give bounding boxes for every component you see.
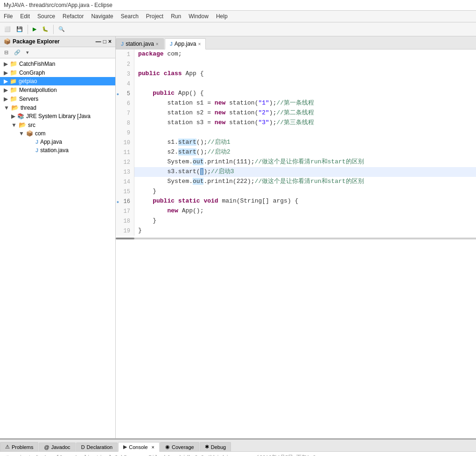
- title-bar: MyJAVA - thread/src/com/App.java - Eclip…: [0, 0, 476, 11]
- toolbar-sep-2: [53, 25, 54, 34]
- debug-icon: ✱: [205, 444, 209, 450]
- pe-header-left: 📦 Package Explorer: [4, 38, 60, 45]
- line-num-2: 2: [116, 59, 134, 69]
- code-line-7: 7 station s2 = new station("2");//第二条线程: [116, 108, 476, 118]
- line-num-5: 5◆: [116, 89, 134, 98]
- new-button[interactable]: ⬜: [2, 25, 13, 34]
- line-num-17: 17: [116, 206, 134, 216]
- tab-station-java[interactable]: J station.java ×: [116, 38, 164, 49]
- pe-maximize-btn[interactable]: □: [103, 38, 106, 45]
- folder-icon: 📂: [19, 121, 26, 128]
- code-editor[interactable]: 1 package com; 2 3 public class App { 4 …: [116, 49, 476, 438]
- tree-item-congraph[interactable]: ▶ 📁 ConGraph: [0, 68, 115, 77]
- code-line-16: 16◆ public static void main(String[] arg…: [116, 196, 476, 206]
- tab-problems-label: Problems: [12, 444, 33, 450]
- tab-console[interactable]: ▶ Console ×: [118, 442, 160, 452]
- menu-item-run[interactable]: Run: [167, 12, 185, 21]
- tab-label: station.java: [126, 41, 154, 47]
- tree-label: com: [35, 130, 46, 137]
- line-num-9: 9: [116, 128, 134, 138]
- menu-item-refactor[interactable]: Refactor: [59, 12, 87, 21]
- package-explorer-header: 📦 Package Explorer — □ ×: [0, 36, 115, 47]
- tree-label: station.java: [40, 147, 69, 154]
- pe-toolbar: ⊟ 🔗 ▾: [0, 47, 115, 58]
- coverage-icon: ◉: [165, 444, 170, 450]
- tree-item-getpiao[interactable]: ▶ 📁 getpiao: [0, 77, 115, 85]
- tree-item-app-java[interactable]: J App.java: [0, 138, 115, 146]
- tab-close-station[interactable]: ×: [156, 42, 159, 47]
- tree-item-station-java[interactable]: J station.java: [0, 146, 115, 154]
- line-content-18: }: [134, 216, 156, 226]
- tree-item-catchfishman[interactable]: ▶ 📁 CatchFishMan: [0, 59, 115, 68]
- tree-item-servers[interactable]: ▶ 📁 Servers: [0, 94, 115, 103]
- line-num-15: 15: [116, 187, 134, 196]
- menu-item-search[interactable]: Search: [117, 12, 142, 21]
- line-content-15: }: [134, 187, 156, 196]
- menu-item-source[interactable]: Source: [34, 12, 59, 21]
- editor-area: J station.java × J App.java × 1 package …: [116, 36, 476, 438]
- menu-item-file[interactable]: File: [0, 12, 16, 21]
- tree-item-com[interactable]: ▼ 📦 com: [0, 129, 115, 138]
- code-line-14: 14 System.out.println(222);//做这个是让你看清run…: [116, 177, 476, 187]
- line-num-10: 10: [116, 138, 134, 147]
- pe-menu-btn[interactable]: ▾: [24, 48, 31, 57]
- folder-icon: 📁: [10, 60, 17, 67]
- menu-item-help[interactable]: Help: [212, 12, 231, 21]
- search-button[interactable]: 🔍: [56, 25, 67, 34]
- menu-bar: FileEditSourceRefactorNavigateSearchProj…: [0, 11, 476, 22]
- pe-link-btn[interactable]: 🔗: [12, 48, 23, 57]
- menu-item-edit[interactable]: Edit: [16, 12, 34, 21]
- tab-close-app[interactable]: ×: [198, 42, 201, 47]
- code-line-6: 6 station s1 = new station("1");//第一条线程: [116, 98, 476, 108]
- tree-item-jre[interactable]: ▶ 📚 JRE System Library [Java: [0, 112, 115, 120]
- line-content-12: System.out.println(111);//做这个是让你看清run和st…: [134, 157, 364, 167]
- code-line-11: 11 s2.start();//启动2: [116, 147, 476, 157]
- expand-icon: ▶: [4, 78, 8, 84]
- line-content-9: [134, 128, 142, 138]
- pe-minimize-btn[interactable]: —: [96, 38, 101, 45]
- code-line-3: 3 public class App {: [116, 69, 476, 79]
- tree-label: thread: [21, 105, 36, 111]
- tree-item-mentalpollution[interactable]: ▶ 📁 Mentalpollution: [0, 85, 115, 94]
- line-num-4: 4: [116, 79, 134, 89]
- tab-coverage[interactable]: ◉ Coverage: [160, 442, 199, 451]
- line-content-3: public class App {: [134, 69, 203, 79]
- tab-javadoc[interactable]: @ Javadoc: [39, 442, 75, 451]
- code-line-9: 9: [116, 128, 476, 138]
- line-content-2: [134, 59, 142, 69]
- tab-debug-label: Debug: [211, 444, 226, 450]
- pe-collapse-btn[interactable]: ⊟: [2, 48, 11, 57]
- debug-button[interactable]: 🐛: [40, 25, 51, 34]
- line-content-6: station s1 = new station("1");//第一条线程: [134, 98, 314, 108]
- menu-item-window[interactable]: Window: [185, 12, 212, 21]
- tab-problems[interactable]: ⚠ Problems: [0, 442, 38, 451]
- menu-item-navigate[interactable]: Navigate: [87, 12, 117, 21]
- expand-icon: ▶: [4, 96, 8, 102]
- tree-item-src[interactable]: ▼ 📂 src: [0, 120, 115, 129]
- console-content[interactable]: <terminated> App [Java Application] C:\P…: [0, 452, 476, 456]
- tab-java-icon: J: [121, 41, 124, 47]
- line-content-14: System.out.println(222);//做这个是让你看清run和st…: [134, 177, 364, 187]
- line-content-7: station s2 = new station("2");//第二条线程: [134, 108, 314, 118]
- console-header: <terminated> App [Java Application] C:\P…: [4, 454, 472, 456]
- run-button[interactable]: ▶: [30, 25, 39, 34]
- tab-console-close[interactable]: ×: [152, 444, 154, 450]
- tab-javadoc-label: Javadoc: [51, 444, 70, 450]
- horizontal-scrollbar[interactable]: [116, 238, 476, 239]
- code-line-8: 8 station s3 = new station("3");//第三条线程: [116, 118, 476, 128]
- tab-app-java[interactable]: J App.java ×: [165, 38, 206, 49]
- tab-debug[interactable]: ✱ Debug: [200, 442, 231, 451]
- line-num-14: 14: [116, 177, 134, 187]
- pe-close-btn[interactable]: ×: [108, 38, 112, 45]
- line-content-16: public static void main(String[] args) {: [134, 196, 298, 206]
- tab-coverage-label: Coverage: [172, 444, 194, 450]
- line-num-11: 11: [116, 147, 134, 157]
- tree-item-thread[interactable]: ▼ 📂 thread: [0, 103, 115, 112]
- expand-icon: ▶: [4, 61, 8, 67]
- line-content-17: new App();: [134, 206, 203, 216]
- code-line-15: 15 }: [116, 187, 476, 196]
- save-button[interactable]: 💾: [14, 25, 25, 34]
- menu-item-project[interactable]: Project: [142, 12, 167, 21]
- tab-label: App.java: [175, 41, 196, 47]
- tab-declaration[interactable]: D Declaration: [76, 442, 118, 451]
